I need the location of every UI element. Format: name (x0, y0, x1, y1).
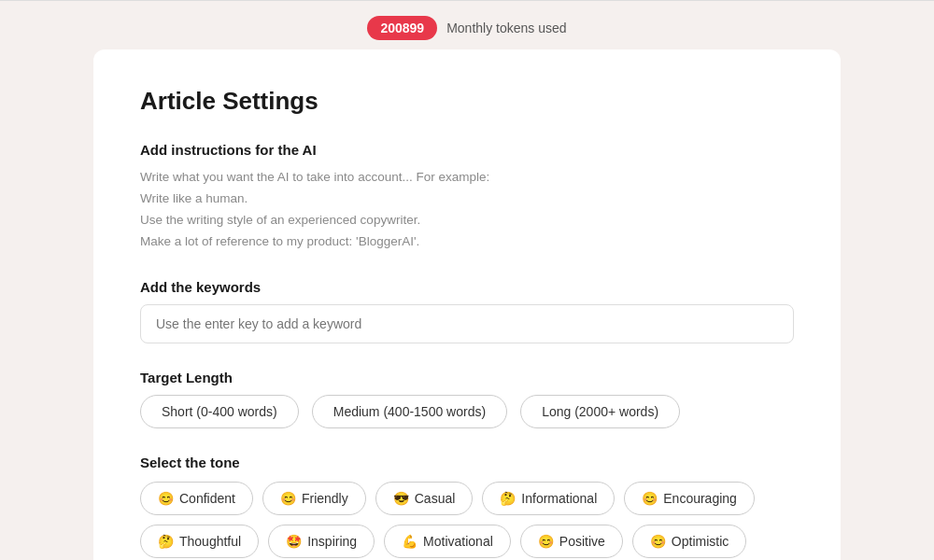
tone-btn-friendly[interactable]: 😊Friendly (262, 482, 366, 515)
tone-emoji: 😊 (158, 491, 174, 506)
tone-label: Motivational (423, 534, 493, 549)
main-container: Article Settings Add instructions for th… (93, 49, 841, 560)
tone-emoji: 😊 (280, 491, 296, 506)
tone-emoji: 😊 (538, 534, 554, 549)
keywords-section: Add the keywords (140, 279, 794, 343)
instructions-section: Add instructions for the AI Write what y… (140, 142, 794, 253)
keyword-input[interactable] (140, 304, 794, 343)
tone-label: Inspiring (307, 534, 357, 549)
tone-label: Friendly (302, 491, 348, 506)
tone-label: Casual (415, 491, 456, 506)
tone-label: Optimistic (672, 534, 729, 549)
tone-emoji: 🤩 (286, 534, 302, 549)
tone-emoji: 💪 (402, 534, 417, 549)
tone-btn-casual[interactable]: 😎Casual (375, 482, 474, 515)
tone-btn-encouraging[interactable]: 😊Encouraging (624, 482, 755, 515)
tone-emoji: 😊 (642, 491, 658, 506)
keywords-label: Add the keywords (140, 279, 794, 295)
tone-emoji: 😎 (393, 491, 409, 506)
tone-grid: 😊Confident😊Friendly😎Casual🤔Informational… (140, 482, 794, 560)
instructions-line-1: Write what you want the AI to take into … (140, 170, 489, 184)
instructions-label: Add instructions for the AI (140, 142, 794, 158)
target-length-section: Target Length Short (0-400 words) Medium… (140, 370, 794, 428)
tone-emoji: 🤔 (500, 491, 516, 506)
tone-label: Informational (521, 491, 597, 506)
tone-btn-positive[interactable]: 😊Positive (520, 525, 623, 558)
tone-label: Encouraging (663, 491, 737, 506)
instructions-line-4: Make a lot of reference to my product: '… (140, 234, 419, 248)
tone-label: Select the tone (140, 455, 794, 470)
target-length-label: Target Length (140, 370, 794, 385)
tone-label: Confident (179, 491, 235, 506)
instructions-line-3: Use the writing style of an experienced … (140, 213, 420, 227)
token-label: Monthly tokens used (446, 21, 566, 35)
tone-emoji: 😊 (650, 534, 666, 549)
tone-label: Positive (559, 534, 605, 549)
instructions-line-2: Write like a human. (140, 191, 248, 205)
page-title: Article Settings (140, 87, 794, 116)
tone-btn-motivational[interactable]: 💪Motivational (384, 525, 511, 558)
tone-section: Select the tone 😊Confident😊Friendly😎Casu… (140, 455, 794, 560)
top-bar: 200899 Monthly tokens used (0, 1, 934, 49)
tone-btn-optimistic[interactable]: 😊Optimistic (632, 525, 746, 558)
length-buttons-group: Short (0-400 words) Medium (400-1500 wor… (140, 395, 794, 428)
tone-btn-confident[interactable]: 😊Confident (140, 482, 253, 515)
tone-btn-informational[interactable]: 🤔Informational (482, 482, 615, 515)
length-short-button[interactable]: Short (0-400 words) (140, 395, 299, 428)
tone-btn-thoughtful[interactable]: 🤔Thoughtful (140, 525, 259, 558)
instructions-body: Write what you want the AI to take into … (140, 167, 794, 253)
length-long-button[interactable]: Long (2000+ words) (520, 395, 680, 428)
tone-emoji: 🤔 (158, 534, 174, 549)
token-count-badge: 200899 (367, 16, 437, 40)
tone-btn-inspiring[interactable]: 🤩Inspiring (268, 525, 375, 558)
tone-label: Thoughtful (179, 534, 241, 549)
length-medium-button[interactable]: Medium (400-1500 words) (312, 395, 507, 428)
